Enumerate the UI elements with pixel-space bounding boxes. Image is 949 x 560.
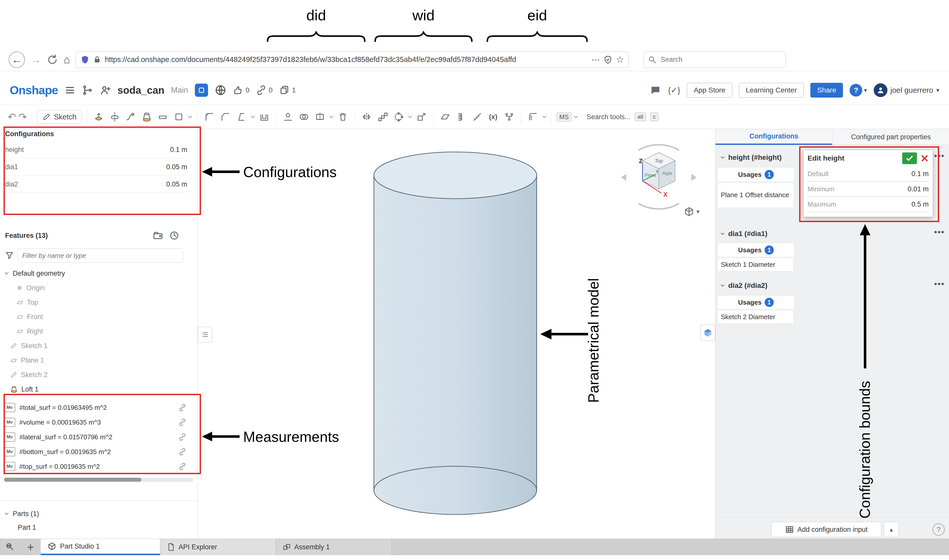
popup-field-maximum[interactable]: Maximum0.5 m <box>808 197 929 212</box>
url-bar[interactable]: https://cad.onshape.com/documents/448249… <box>76 52 629 68</box>
follow-mode-icon[interactable] <box>100 85 111 96</box>
section-header-dia1[interactable]: dia1 (#dia1) <box>720 230 767 238</box>
config-panel-toggle[interactable] <box>701 325 715 341</box>
usages-height[interactable]: Usages 1 <box>718 167 794 182</box>
mirror-icon[interactable] <box>360 110 373 124</box>
browser-search-box[interactable] <box>643 52 786 68</box>
helix-icon[interactable] <box>454 110 468 124</box>
loft-icon[interactable] <box>140 110 154 124</box>
undo-icon[interactable]: ↶ <box>8 111 16 123</box>
redo-icon[interactable]: ↷ <box>19 111 27 123</box>
view-cube[interactable]: Top Front Right Z X Y <box>620 139 697 215</box>
config-row-dia1[interactable]: dia10.05 m <box>5 158 187 175</box>
tree-item-front-plane[interactable]: Front <box>16 310 43 324</box>
copies-group[interactable]: 1 <box>279 85 296 95</box>
tree-item-default-geometry[interactable]: Default geometry <box>4 266 65 280</box>
add-config-caret-button[interactable]: ▴ <box>884 522 899 537</box>
boolean-icon[interactable] <box>297 110 311 124</box>
boolean-menu-caret-icon[interactable] <box>329 115 334 118</box>
section-menu-icon[interactable]: ••• <box>934 227 945 237</box>
variable-row-bottom-surf[interactable]: Mv #bottom_surf = 0.0019635 m^2 <box>4 445 193 459</box>
soda-can-model[interactable] <box>366 150 544 521</box>
hole-icon[interactable] <box>281 110 295 124</box>
link-icon[interactable] <box>179 463 186 470</box>
parts-section-header[interactable]: Parts (1) <box>4 507 39 521</box>
sheet-metal-caret-icon[interactable] <box>542 115 546 118</box>
share-button[interactable]: Share <box>810 83 843 98</box>
usages-dia2[interactable]: Usages 1 <box>718 295 794 309</box>
horizontal-scrollbar[interactable] <box>4 478 193 482</box>
forward-icon[interactable]: → <box>31 54 41 66</box>
shell-icon[interactable] <box>258 110 271 124</box>
filter-box[interactable] <box>18 249 183 263</box>
section-menu-icon[interactable]: ••• <box>934 279 945 289</box>
link-icon[interactable] <box>179 404 186 411</box>
boss-menu-caret-icon[interactable] <box>188 115 193 118</box>
usage-row-sketch2-diameter[interactable]: Sketch 2 Diameter <box>718 310 794 324</box>
refresh-icon[interactable] <box>47 54 58 65</box>
cancel-button[interactable] <box>921 154 929 162</box>
tab-assembly-1[interactable]: Assembly 1 <box>276 539 392 555</box>
features-panel-toggle[interactable] <box>198 327 212 343</box>
home-icon[interactable]: ⌂ <box>63 54 70 66</box>
chevron-down-icon[interactable] <box>4 512 9 515</box>
config-row-height[interactable]: height0.1 m <box>5 141 187 158</box>
revolve-icon[interactable] <box>108 110 122 124</box>
link-icon[interactable] <box>179 433 186 441</box>
tab-configured-part-properties[interactable]: Configured part properties <box>832 129 949 145</box>
public-globe-icon[interactable] <box>214 85 226 96</box>
rollback-history-icon[interactable] <box>169 230 180 241</box>
scrollbar-thumb[interactable] <box>4 478 141 482</box>
split-icon[interactable] <box>313 110 327 124</box>
popup-field-minimum[interactable]: Minimum0.01 m <box>808 182 929 197</box>
tab-api-explorer[interactable]: API Explorer <box>160 539 276 555</box>
tree-item-origin[interactable]: Origin <box>16 281 45 295</box>
variable-row-volume[interactable]: Mv #volume = 0.00019635 m^3 <box>4 415 193 429</box>
onshape-logo[interactable]: Onshape <box>10 83 58 97</box>
comments-icon[interactable] <box>650 85 661 96</box>
pattern-menu-caret-icon[interactable] <box>408 115 412 118</box>
thicken-icon[interactable] <box>156 110 170 124</box>
custom-feature-button[interactable]: MS <box>557 112 579 122</box>
links-group[interactable]: 0 <box>256 85 273 95</box>
document-status-icon[interactable] <box>195 84 208 97</box>
section-header-height[interactable]: height (#height) <box>720 154 782 162</box>
back-icon[interactable]: ← <box>9 52 25 68</box>
config-row-dia2[interactable]: dia20.05 m <box>5 176 187 193</box>
search-tools[interactable]: Search tools... alt c <box>586 112 659 121</box>
linear-pattern-icon[interactable] <box>376 110 389 124</box>
measure-icon[interactable] <box>470 110 484 124</box>
tree-item-right-plane[interactable]: Right <box>16 324 43 338</box>
variable-row-lateral-surf[interactable]: Mv #lateral_surf = 0.01570796 m^2 <box>4 430 193 444</box>
tab-part-studio-1[interactable]: Part Studio 1 <box>41 539 160 555</box>
delete-part-icon[interactable] <box>336 110 350 124</box>
confirm-button[interactable] <box>902 152 917 164</box>
new-tab-button[interactable]: + <box>20 539 41 555</box>
page-actions-icon[interactable]: ⋯ <box>591 55 600 65</box>
help-icon[interactable]: ? <box>932 523 945 535</box>
likes-group[interactable]: 0 <box>233 85 250 95</box>
chamfer-icon[interactable] <box>219 110 232 124</box>
variable-row-top-surf[interactable]: Mv #top_surf = 0.0019635 m^2 <box>4 459 193 474</box>
fillet-icon[interactable] <box>202 110 216 124</box>
part-item[interactable]: Part 1 <box>18 520 36 535</box>
featurescript-tree-icon[interactable] <box>502 110 516 124</box>
modify-menu-caret-icon[interactable] <box>250 115 255 118</box>
versions-icon[interactable] <box>82 85 93 96</box>
insert-folder-icon[interactable] <box>153 230 163 241</box>
tree-item-sketch1[interactable]: Sketch 1 <box>10 339 48 353</box>
app-store-button[interactable]: App Store <box>687 83 732 98</box>
workspace-name[interactable]: Main <box>171 86 188 95</box>
filter-input[interactable] <box>22 252 179 260</box>
bookmark-star-icon[interactable]: ☆ <box>616 54 624 65</box>
sheet-metal-icon[interactable] <box>526 110 540 124</box>
shield-check-icon[interactable] <box>603 55 612 65</box>
section-menu-icon[interactable]: ••• <box>934 151 945 161</box>
tracking-shield-icon[interactable] <box>80 55 89 65</box>
tree-item-loft1[interactable]: Loft 1 <box>10 382 39 396</box>
draft-icon[interactable] <box>235 110 248 124</box>
tab-configurations[interactable]: Configurations <box>716 129 832 145</box>
featurescript-notices-icon[interactable]: {✓} <box>668 85 680 95</box>
variable-row-total-surf[interactable]: Mv #total_surf = 0.01963495 m^2 <box>4 400 193 415</box>
tree-item-top-plane[interactable]: Top <box>16 295 38 309</box>
